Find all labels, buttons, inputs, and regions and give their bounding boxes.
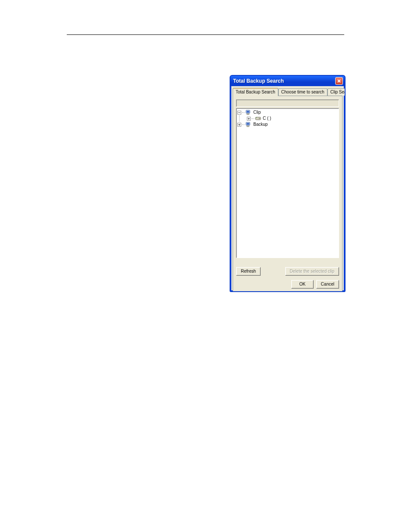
svg-rect-3	[247, 111, 249, 113]
svg-rect-10	[247, 126, 249, 127]
svg-rect-4	[247, 114, 249, 115]
tree-expander-plus[interactable]: +	[237, 123, 241, 127]
tab-total-backup-search[interactable]: Total Backup Search	[233, 88, 278, 96]
tree-node-drive-c[interactable]: + C ( )	[237, 115, 338, 121]
horizontal-rule	[67, 34, 344, 35]
window-title: Total Backup Search	[233, 78, 284, 84]
tab-choose-time-to-search[interactable]: Choose time to search	[278, 88, 327, 96]
path-display	[236, 100, 339, 107]
tree-expander-plus[interactable]: +	[247, 117, 251, 121]
client-area: Total Backup Search Choose time to searc…	[231, 86, 344, 290]
svg-point-6	[259, 118, 260, 119]
button-row-confirm: OK Cancel	[291, 280, 339, 289]
button-row-actions: Refresh Delete the selected clip	[236, 267, 339, 276]
drive-icon	[255, 116, 261, 121]
tree-view[interactable]: − Clip	[236, 108, 339, 258]
tree-node-clip[interactable]: − Clip	[237, 109, 338, 115]
cancel-button[interactable]: Cancel	[316, 280, 339, 289]
tab-clip-search[interactable]: Clip Search	[327, 88, 346, 96]
computer-icon	[246, 122, 252, 127]
tab-panel-total-backup-search: − Clip	[233, 96, 342, 292]
computer-icon	[246, 110, 252, 115]
tree-node-label: C ( )	[262, 115, 271, 121]
close-icon	[337, 79, 341, 83]
tree-node-label: Clip	[252, 109, 261, 115]
svg-rect-7	[256, 118, 257, 118]
total-backup-search-dialog: Total Backup Search Total Backup Search …	[230, 75, 346, 292]
tree-expander-minus[interactable]: −	[237, 111, 241, 115]
ok-button[interactable]: OK	[291, 280, 314, 289]
tree-node-label: Backup	[252, 121, 268, 128]
tab-strip: Total Backup Search Choose time to searc…	[233, 87, 342, 96]
close-button[interactable]	[335, 77, 343, 85]
svg-rect-9	[247, 123, 249, 125]
delete-selected-clip-button: Delete the selected clip	[285, 267, 339, 276]
tree-node-backup[interactable]: + Backup	[237, 121, 338, 128]
titlebar[interactable]: Total Backup Search	[230, 76, 345, 86]
refresh-button[interactable]: Refresh	[236, 267, 261, 276]
